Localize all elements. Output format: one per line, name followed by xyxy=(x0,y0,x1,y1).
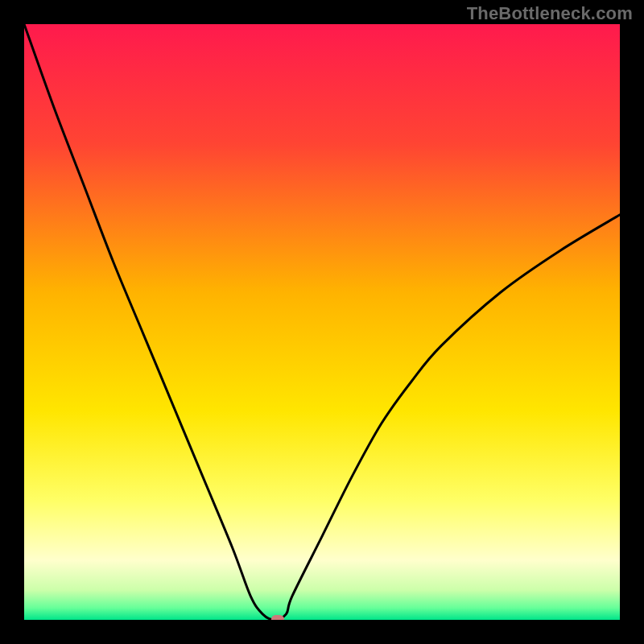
optimum-marker xyxy=(271,615,284,620)
curve-svg xyxy=(24,24,620,620)
plot-area xyxy=(24,24,620,620)
bottleneck-curve-path xyxy=(24,24,620,620)
chart-frame: TheBottleneck.com xyxy=(0,0,644,644)
watermark-text: TheBottleneck.com xyxy=(467,3,633,24)
